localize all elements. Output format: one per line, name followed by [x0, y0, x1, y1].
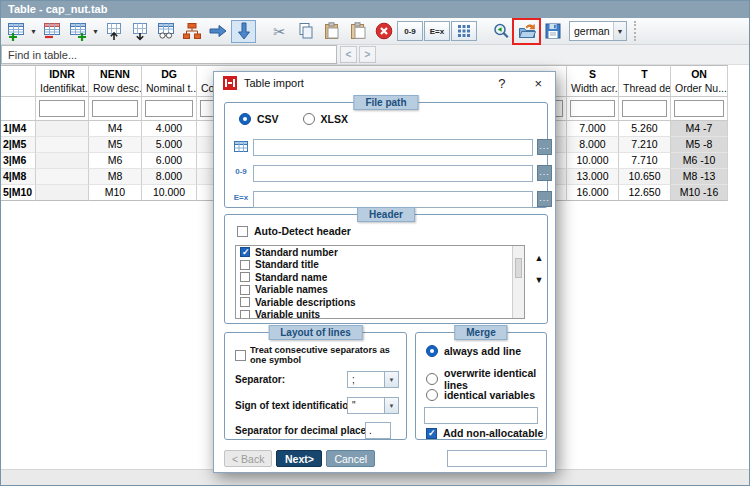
- language-select[interactable]: german ▼: [569, 21, 627, 41]
- separator-select[interactable]: ; ▼: [347, 371, 399, 388]
- xlsx-radio-label: XLSX: [321, 113, 348, 125]
- table-remove-icon: [42, 21, 62, 41]
- header-items-list[interactable]: Standard number Standard title Standard …: [235, 245, 525, 319]
- add-rows-dropdown[interactable]: ▼: [29, 20, 38, 43]
- identical-variables-radio[interactable]: [426, 389, 438, 401]
- list-item[interactable]: Variable units: [236, 309, 524, 320]
- list-item[interactable]: Variable descriptions: [236, 296, 524, 309]
- language-caret-icon[interactable]: ▼: [613, 22, 626, 40]
- separator-caret-icon[interactable]: ▼: [384, 372, 398, 387]
- cancel-button[interactable]: Cancel: [326, 450, 375, 467]
- clipboard-icon: [322, 21, 342, 41]
- col-header-on[interactable]: ON: [671, 65, 728, 81]
- jump-right-button[interactable]: [205, 20, 230, 43]
- save-button[interactable]: [540, 20, 565, 43]
- find-previous-button[interactable]: <: [340, 46, 357, 63]
- item-checkbox[interactable]: [240, 310, 250, 319]
- table-file-icon: [231, 141, 251, 154]
- item-checkbox[interactable]: [240, 297, 250, 307]
- find-bar: < >: [1, 45, 749, 65]
- row-header[interactable]: 2|M5: [1, 137, 36, 153]
- text-sign-caret-icon[interactable]: ▼: [384, 398, 398, 413]
- table-view-button[interactable]: [153, 20, 178, 43]
- scrollbar-thumb[interactable]: [515, 258, 522, 278]
- col-header-dg[interactable]: DG: [142, 65, 197, 81]
- filter-input-idnr[interactable]: [39, 100, 85, 117]
- list-item[interactable]: Standard title: [236, 259, 524, 272]
- formula-file-path-input[interactable]: [253, 191, 533, 208]
- list-scrollbar[interactable]: [512, 246, 524, 318]
- dialog-footer-input[interactable]: [447, 450, 547, 467]
- move-row-up-button[interactable]: [101, 20, 126, 43]
- col-header-s[interactable]: S: [567, 65, 619, 81]
- paste-special-button[interactable]: [345, 20, 370, 43]
- back-button[interactable]: < Back: [224, 450, 272, 467]
- item-checkbox[interactable]: [240, 272, 250, 282]
- col-header-t[interactable]: T: [619, 65, 671, 81]
- overwrite-identical-radio[interactable]: [426, 373, 438, 385]
- insert-table-dropdown[interactable]: ▼: [91, 20, 100, 43]
- add-rows-button[interactable]: [3, 20, 28, 43]
- col-header-idnr[interactable]: IDNR: [36, 65, 89, 81]
- add-non-allocatable-checkbox[interactable]: [426, 428, 437, 439]
- grid-icon: [456, 23, 472, 39]
- dialog-close-button[interactable]: ×: [534, 76, 542, 91]
- delete-button[interactable]: [371, 20, 396, 43]
- csv-radio[interactable]: [239, 113, 251, 125]
- move-item-down-button[interactable]: ▼: [531, 273, 547, 287]
- delete-rows-button[interactable]: [39, 20, 64, 43]
- row-header[interactable]: 5|M10: [1, 185, 36, 201]
- decimal-separator-label: Separator for decimal places: [235, 425, 372, 436]
- window-title: Table - cap_nut.tab: [8, 3, 107, 15]
- numeric-format-toggle[interactable]: 0-9: [397, 21, 423, 41]
- add-non-allocatable-row: Add non-allocatable: [426, 427, 543, 439]
- text-sign-value: ": [348, 398, 384, 413]
- move-row-down-button[interactable]: [127, 20, 152, 43]
- next-button[interactable]: Next>: [276, 450, 322, 467]
- filter-input-dg[interactable]: [145, 100, 193, 117]
- import-table-button[interactable]: [514, 20, 539, 43]
- search-zoom-button[interactable]: [488, 20, 513, 43]
- filter-input-nenn[interactable]: [92, 100, 138, 117]
- row-header[interactable]: 3|M6: [1, 153, 36, 169]
- item-checkbox[interactable]: [240, 285, 250, 295]
- find-next-button[interactable]: >: [359, 46, 376, 63]
- table-file-path-input[interactable]: [253, 139, 533, 156]
- row-header[interactable]: 1|M4: [1, 121, 36, 137]
- filter-input-on[interactable]: [674, 100, 724, 117]
- auto-detect-checkbox[interactable]: [237, 226, 248, 237]
- list-item[interactable]: Variable names: [236, 284, 524, 297]
- identical-variables-input[interactable]: [424, 407, 538, 424]
- always-add-line-radio[interactable]: [426, 345, 438, 357]
- col-header-nenn[interactable]: NENN: [89, 65, 142, 81]
- list-item[interactable]: Standard name: [236, 271, 524, 284]
- table-structure-button[interactable]: [179, 20, 204, 43]
- insert-table-button[interactable]: [65, 20, 90, 43]
- find-in-table-input[interactable]: [1, 45, 337, 64]
- numeric-file-path-input[interactable]: [253, 165, 533, 182]
- filter-input-t[interactable]: [622, 100, 667, 117]
- grid-toggle[interactable]: [451, 21, 477, 41]
- item-checkbox[interactable]: [240, 247, 250, 257]
- browse-formula-file-button[interactable]: ...: [537, 191, 552, 207]
- browse-numeric-file-button[interactable]: ...: [537, 165, 552, 181]
- move-item-up-button[interactable]: ▲: [531, 251, 547, 265]
- text-sign-select[interactable]: " ▼: [347, 397, 399, 414]
- copy-button[interactable]: [293, 20, 318, 43]
- csv-radio-row: CSV XLSX: [239, 113, 348, 125]
- row-header[interactable]: 4|M8: [1, 169, 36, 185]
- cut-button[interactable]: ✂: [267, 20, 292, 43]
- jump-down-button[interactable]: [231, 20, 256, 43]
- consecutive-separators-checkbox[interactable]: [235, 350, 246, 361]
- import-highlight-box: [514, 20, 539, 43]
- list-item[interactable]: Standard number: [236, 246, 524, 259]
- xlsx-radio[interactable]: [303, 113, 315, 125]
- identical-variables-label: identical variables: [444, 389, 535, 401]
- filter-input-s[interactable]: [570, 100, 615, 117]
- item-checkbox[interactable]: [240, 260, 250, 270]
- decimal-separator-input[interactable]: .: [365, 422, 391, 439]
- formula-toggle[interactable]: E=x: [424, 21, 450, 41]
- dialog-help-button[interactable]: ?: [498, 76, 505, 91]
- paste-button[interactable]: [319, 20, 344, 43]
- browse-table-file-button[interactable]: ...: [537, 139, 552, 155]
